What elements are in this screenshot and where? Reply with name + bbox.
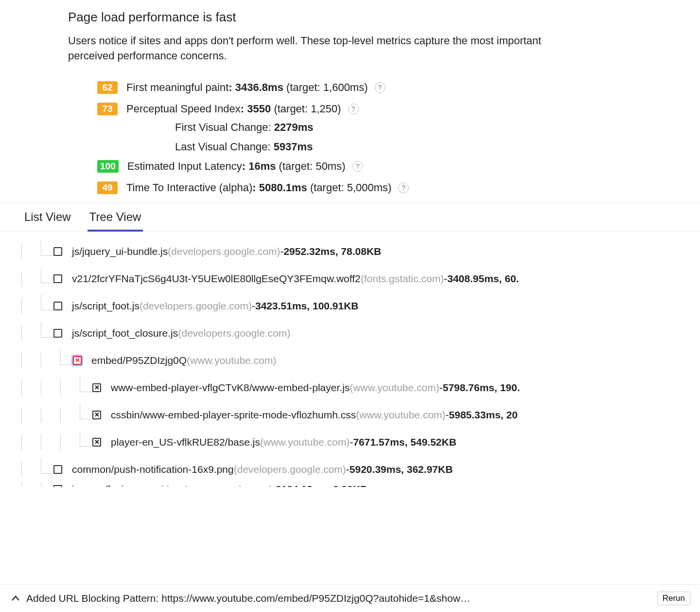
block-checkbox[interactable] — [53, 465, 62, 474]
resource-name: www-embed-player-vflgCTvK8/www-embed-pla… — [111, 382, 350, 394]
tree-row: js/script_foot.js (developers.google.com… — [0, 292, 700, 320]
submetric-first-visual-change: First Visual Change: 2279ms — [175, 121, 700, 134]
block-checkbox[interactable] — [73, 356, 82, 365]
metric-value: 3436.8ms — [235, 81, 283, 93]
resource-stats: 2952.32ms, 78.08KB — [283, 246, 381, 257]
tree-row: js/script_foot_closure.js (developers.go… — [0, 320, 700, 347]
resource-host: (developers.google.com) — [160, 484, 272, 487]
block-checkbox[interactable] — [92, 411, 101, 419]
resource-name: js/script_foot.js — [72, 300, 140, 312]
score-badge: 62 — [97, 81, 118, 94]
section-title: Page load performance is fast — [68, 10, 700, 25]
section-description: Users notice if sites and apps don't per… — [68, 34, 554, 64]
metric-label: Estimated Input Latency — [127, 160, 242, 172]
resource-host: (www.youtube.com) — [187, 355, 276, 366]
resource-name: embed/P95ZDIzjg0Q — [91, 355, 187, 366]
resource-stats: 5985.33ms, 20 — [449, 409, 518, 421]
tree-row: cssbin/www-embed-player-sprite-mode-vflo… — [0, 401, 700, 429]
tree-row: www-embed-player-vflgCTvK8/www-embed-pla… — [0, 374, 700, 401]
metric-first-meaningful-paint: 62 First meaningful paint: 3436.8ms (tar… — [97, 81, 700, 94]
resource-name: js/script_foot_closure.js — [72, 327, 178, 339]
metric-time-to-interactive: 49 Time To Interactive (alpha): 5080.1ms… — [97, 181, 700, 194]
score-badge: 100 — [97, 160, 119, 173]
status-footer: Added URL Blocking Pattern: https://www.… — [0, 584, 700, 612]
rerun-button[interactable]: Rerun — [657, 592, 690, 605]
block-checkbox[interactable] — [92, 383, 101, 392]
view-tabs: List View Tree View — [0, 203, 700, 232]
resource-host: (developers.google.com) — [168, 246, 280, 257]
resource-name: v21/2fcrYFNaTjcS6g4U3t-Y5UEw0lE80llgEseQ… — [72, 273, 361, 285]
tree-row: images/favicon.png (developers.google.co… — [0, 483, 700, 487]
tree-row: player-en_US-vflkRUE82/base.js (www.yout… — [0, 429, 700, 456]
score-badge: 49 — [97, 181, 118, 194]
metric-target: (target: 5,000ms) — [310, 181, 392, 194]
metric-perceptual-speed-index: 73 Perceptual Speed Index: 3550 (target:… — [97, 103, 700, 115]
block-checkbox[interactable] — [53, 485, 62, 487]
help-icon[interactable]: ? — [398, 182, 409, 193]
resource-stats: 5798.76ms, 190. — [443, 382, 520, 394]
help-icon[interactable]: ? — [375, 82, 385, 93]
block-checkbox[interactable] — [53, 274, 62, 283]
resource-stats: 3423.51ms, 100.91KB — [255, 300, 359, 312]
block-checkbox[interactable] — [53, 302, 62, 310]
resource-host: (www.youtube.com) — [350, 382, 439, 394]
tab-tree-view[interactable]: Tree View — [88, 203, 143, 232]
resource-stats: 8194.18ms, 0.99KB — [276, 484, 368, 487]
metric-value: 3550 — [247, 103, 271, 115]
resource-name: common/push-notification-16x9.png — [72, 464, 234, 475]
resource-name: js/jquery_ui-bundle.js — [72, 246, 168, 257]
tab-list-view[interactable]: List View — [22, 203, 73, 232]
resource-host: (developers.google.com) — [140, 300, 252, 312]
tree-row: embed/P95ZDIzjg0Q (www.youtube.com) — [0, 347, 700, 374]
resource-host: (www.youtube.com) — [356, 409, 445, 421]
resource-host: (developers.google.com) — [234, 464, 346, 475]
metric-target: (target: 1,250) — [274, 103, 341, 115]
tree-row: common/push-notification-16x9.png (devel… — [0, 456, 700, 483]
block-checkbox[interactable] — [53, 329, 62, 338]
status-message: Added URL Blocking Pattern: https://www.… — [26, 593, 652, 604]
help-icon[interactable]: ? — [348, 104, 359, 114]
help-icon[interactable]: ? — [352, 161, 363, 172]
metric-label: Time To Interactive (alpha) — [126, 181, 252, 194]
resource-tree: js/jquery_ui-bundle.js (developers.googl… — [0, 232, 700, 487]
metric-target: (target: 50ms) — [279, 160, 346, 172]
resource-name: player-en_US-vflkRUE82/base.js — [111, 436, 260, 448]
metric-target: (target: 1,600ms) — [286, 81, 368, 93]
resource-stats: 3408.95ms, 60. — [447, 273, 519, 285]
resource-name: cssbin/www-embed-player-sprite-mode-vflo… — [111, 409, 356, 421]
block-checkbox[interactable] — [53, 247, 62, 256]
metric-label: Perceptual Speed Index — [126, 103, 241, 115]
metric-value: 5080.1ms — [259, 181, 307, 194]
metric-value: 16ms — [248, 160, 276, 172]
resource-host: (fonts.gstatic.com) — [361, 273, 444, 285]
block-checkbox[interactable] — [92, 438, 101, 447]
chevron-up-icon[interactable] — [12, 594, 19, 604]
resource-stats: 5920.39ms, 362.97KB — [350, 464, 453, 475]
resource-host: (www.youtube.com) — [260, 436, 350, 448]
resource-stats: 7671.57ms, 549.52KB — [353, 436, 456, 448]
resource-name: images/favicon.png — [72, 484, 160, 487]
metric-estimated-input-latency: 100 Estimated Input Latency: 16ms (targe… — [97, 160, 700, 173]
score-badge: 73 — [97, 103, 118, 115]
submetric-last-visual-change: Last Visual Change: 5937ms — [175, 141, 700, 153]
metric-label: First meaningful paint — [126, 81, 228, 93]
tree-row: v21/2fcrYFNaTjcS6g4U3t-Y5UEw0lE80llgEseQ… — [0, 265, 700, 292]
tree-row: js/jquery_ui-bundle.js (developers.googl… — [0, 238, 700, 265]
resource-host: (developers.google.com) — [178, 327, 290, 339]
